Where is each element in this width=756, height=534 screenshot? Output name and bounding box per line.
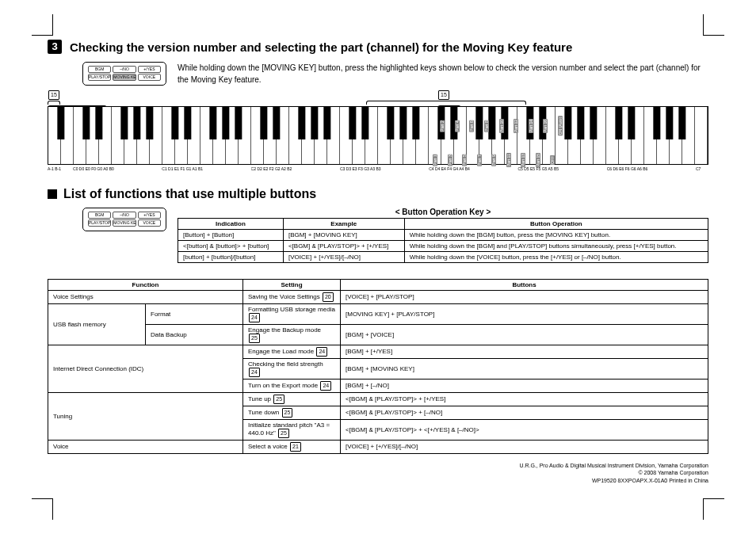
th: Function xyxy=(48,279,243,290)
crop-mark xyxy=(32,14,53,36)
black-key xyxy=(653,107,660,140)
black-key xyxy=(590,107,597,140)
key-tag: Part 6 xyxy=(469,120,474,132)
td-buttons: [VOICE] + [PLAY/STOP] xyxy=(341,290,708,303)
td-setting: Select a voice 21 xyxy=(243,440,341,453)
td-setting: Initialize standard pitch "A3 = 440.0 Hz… xyxy=(243,419,341,440)
panel-btn-highlighted: MOVING KEY xyxy=(113,74,136,81)
key-tag: Part 15 xyxy=(536,152,540,166)
key-tag: Part 16 xyxy=(543,119,548,133)
button-op-key-title: < Button Operation Key > xyxy=(178,208,708,216)
credit-line: WP19520 8XXPOAPX.X-01A0 Printed in China xyxy=(48,477,708,485)
black-key xyxy=(260,107,267,140)
crop-mark xyxy=(703,498,724,520)
key-tag: Part 8 xyxy=(484,120,489,132)
keyboard-diagram: 15 Version Number 15 Part Part 1Part 2Pa… xyxy=(48,90,708,171)
section-3-heading: 3 Checking the version number and select… xyxy=(48,40,708,55)
td: While holding down the [BGM] button, pre… xyxy=(404,229,708,240)
td-sub: Format xyxy=(146,303,243,324)
td-buttons: [BGM] + [–/NO] xyxy=(341,379,708,392)
black-key xyxy=(628,107,635,140)
td-buttons: [VOICE] + [+/YES]/[–/NO] xyxy=(341,440,708,453)
black-key xyxy=(146,107,153,140)
key-tag: Part 11 xyxy=(506,152,511,166)
td-setting: Engage the Backup mode 25 xyxy=(243,324,341,345)
section-number: 3 xyxy=(48,40,62,54)
td: [button] + [button]/[button] xyxy=(178,251,284,262)
black-key xyxy=(57,107,64,140)
square-bullet xyxy=(48,189,57,199)
list-title: List of functions that use multiple butt… xyxy=(63,187,316,200)
credit-line: U.R.G., Pro Audio & Digital Musical Inst… xyxy=(48,462,708,470)
td-function: Internet Direct Connection (IDC) xyxy=(48,345,243,392)
black-key xyxy=(678,107,685,140)
key-tag: Part 13 xyxy=(521,152,525,166)
page-ref-icon: 15 xyxy=(48,90,59,100)
black-key xyxy=(323,107,330,140)
black-key xyxy=(488,107,495,140)
black-key xyxy=(184,107,191,140)
panel-btn: BGM xyxy=(88,66,111,73)
panel-btn: +/YES xyxy=(138,66,161,73)
black-key xyxy=(298,107,305,140)
td: [BGM] + [MOVING KEY] xyxy=(283,229,404,240)
key-tag: ON (Auto) xyxy=(558,116,563,136)
key-tag: Part 5 xyxy=(462,154,467,166)
key-tag: Part 9 xyxy=(491,154,496,166)
crop-mark xyxy=(32,498,53,520)
functions-table: Function Setting Buttons Voice SettingsS… xyxy=(48,279,708,454)
td-buttons: <[BGM] & [PLAY/STOP]> + <[+/YES] & [–/NO… xyxy=(341,419,708,440)
td-function: Voice Settings xyxy=(48,290,243,303)
panel-btn: –/NO xyxy=(113,66,136,73)
td-setting: Checking the field strength 24 xyxy=(243,358,341,379)
key-tag: Part 2 xyxy=(440,120,445,132)
th: Example xyxy=(283,218,404,229)
key-tag: Part 7 xyxy=(477,154,482,166)
black-key xyxy=(349,107,356,140)
td-function: Voice xyxy=(48,440,243,453)
key-tag: Part 4 xyxy=(455,120,460,132)
button-panel-illustration: BGM –/NO +/YES PLAY/STOP MOVING KEY VOIC… xyxy=(82,208,166,231)
key-tag: Part 3 xyxy=(448,154,452,166)
key-tag: Part 14 xyxy=(529,119,533,133)
td-setting: Engage the Load mode 24 xyxy=(243,345,341,358)
td-buttons: <[BGM] & [PLAY/STOP]> + [+/YES] xyxy=(341,392,708,406)
key-tag: Part 1 xyxy=(433,154,437,166)
button-operation-key-table: Indication Example Button Operation [But… xyxy=(178,218,708,263)
black-key xyxy=(171,107,178,140)
black-key xyxy=(412,107,419,140)
black-key xyxy=(311,107,318,140)
key-tag: Part 10 xyxy=(499,119,504,133)
td: [Button] + [Button] xyxy=(178,229,284,240)
black-key xyxy=(475,107,483,140)
th: Setting xyxy=(243,279,341,290)
black-key xyxy=(95,107,102,140)
black-key xyxy=(82,107,90,140)
credits: U.R.G., Pro Audio & Digital Musical Inst… xyxy=(48,462,708,485)
td-function: Tuning xyxy=(48,392,243,440)
black-key xyxy=(273,107,280,140)
black-key xyxy=(387,107,394,140)
td-function: USB flash memory xyxy=(48,303,146,345)
black-key xyxy=(666,107,673,140)
black-key xyxy=(615,107,622,140)
key-tag: OFF xyxy=(550,155,555,165)
td-setting: Tune down 25 xyxy=(243,406,341,419)
black-key xyxy=(133,107,140,140)
td-buttons: [MOVING KEY] + [PLAY/STOP] xyxy=(341,303,708,324)
key-tag: Part 12 xyxy=(514,119,518,133)
panel-btn: VOICE xyxy=(138,74,161,81)
td-setting: Turn on the Export mode 24 xyxy=(243,379,341,392)
td-buttons: [BGM] + [VOICE] xyxy=(341,324,708,345)
td-setting: Tune up 25 xyxy=(243,392,341,406)
black-key xyxy=(361,107,368,140)
td-buttons: <[BGM] & [PLAY/STOP]> + [–/NO] xyxy=(341,406,708,419)
td-buttons: [BGM] + [+/YES] xyxy=(341,345,708,358)
td-sub: Data Backup xyxy=(146,324,243,345)
section-title: Checking the version number and selectin… xyxy=(70,40,708,55)
black-key xyxy=(209,107,216,140)
th: Indication xyxy=(178,218,284,229)
black-key xyxy=(564,107,571,140)
black-key xyxy=(577,107,584,140)
black-key xyxy=(399,107,407,140)
